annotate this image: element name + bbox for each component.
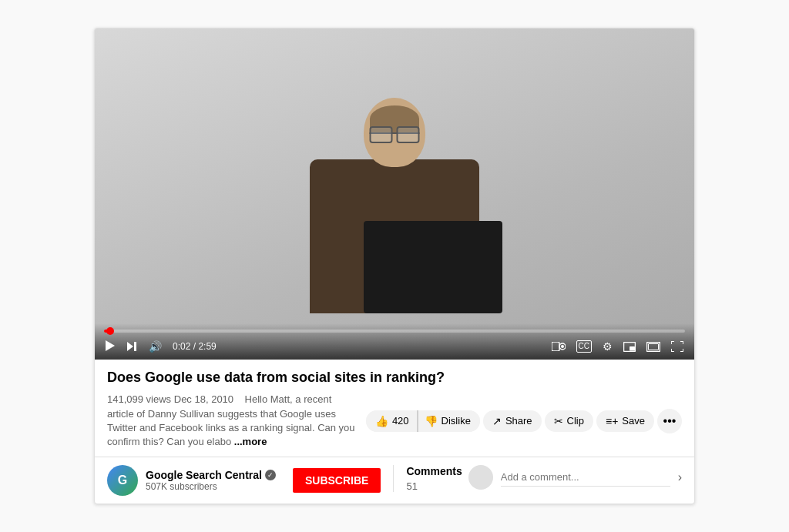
controls-left: 🔊 0:02 / 2:59 [104,339,217,355]
like-button[interactable]: 👍 420 [366,410,418,432]
video-controls-overlay: 🔊 0:02 / 2:59 [95,323,694,360]
progress-dot [106,327,114,335]
fullscreen-button[interactable] [670,340,685,353]
avatar-inner: G [107,465,138,496]
person-body [310,159,479,313]
comment-input-area: › [468,465,682,490]
video-info-section: Does Google use data from social sites i… [95,360,694,457]
svg-rect-0 [552,342,559,351]
svg-rect-4 [630,346,635,351]
save-label: Save [622,415,645,427]
thumbs-down-icon: 👎 [425,415,438,427]
progress-bar[interactable] [104,330,685,333]
controls-right: CC [550,339,685,354]
share-button[interactable]: ↗ Share [483,410,542,432]
description-more-link[interactable]: ...more [234,436,267,447]
channel-name-row: Google Search Central ✓ [146,469,276,481]
captions-icon: CC [576,340,592,353]
video-person [310,98,479,313]
video-thumbnail [95,28,694,360]
video-date: Dec 18, 2010 [174,393,233,405]
volume-icon: 🔊 [149,340,162,353]
skip-icon [127,342,136,351]
autoplay-toggle[interactable] [550,340,567,353]
svg-rect-6 [649,343,659,350]
clip-button[interactable]: ✂ Clip [545,410,593,432]
action-buttons: 👍 420 👎 Dislike ↗ Share ✂ Clip [366,409,682,433]
comments-count: 51 [406,480,462,492]
like-dislike-group: 👍 420 👎 Dislike [366,410,480,432]
video-meta-row: 141,099 views Dec 18, 2010 Hello Matt, a… [107,393,682,449]
channel-info: Google Search Central ✓ 507K subscribers [146,469,276,492]
channel-comments-row: G Google Search Central ✓ 507K subscribe… [95,457,694,504]
more-options-button[interactable]: ••• [657,409,682,433]
dislike-label: Dislike [442,415,471,427]
dislike-button[interactable]: 👎 Dislike [418,410,480,432]
time-current: 0:02 [173,341,190,352]
video-player[interactable]: 🔊 0:02 / 2:59 [95,28,694,360]
settings-icon [603,340,613,353]
volume-button[interactable]: 🔊 [147,339,163,354]
play-button[interactable] [104,339,116,355]
play-icon [106,340,115,353]
comments-header: Comments 51 [406,465,462,492]
person-glasses [370,132,420,134]
time-total: 2:59 [198,341,216,352]
comments-section: Comments 51 › [393,465,682,492]
subscriber-count: 507K subscribers [146,481,276,492]
settings-button[interactable] [601,339,614,354]
progress-fill [104,330,110,333]
share-icon: ↗ [492,415,502,427]
miniplayer-icon [623,342,636,352]
svg-point-2 [561,345,564,348]
theater-button[interactable] [645,340,662,353]
view-count: 141,099 views [107,393,171,405]
more-dots-icon: ••• [663,414,677,428]
youtube-player-container: 🔊 0:02 / 2:59 [94,28,695,504]
miniplayer-button[interactable] [622,340,637,353]
comment-send-button[interactable]: › [678,470,682,484]
subscribe-button[interactable]: SUBSCRIBE [293,468,381,493]
next-button[interactable] [126,340,138,353]
clip-label: Clip [567,415,584,427]
captions-button[interactable]: CC [575,339,593,354]
autoplay-icon [552,342,566,351]
share-label: Share [505,415,532,427]
thumbs-up-icon: 👍 [375,415,388,427]
theater-icon [646,342,660,352]
channel-name[interactable]: Google Search Central [146,469,262,481]
like-count: 420 [392,415,409,427]
comment-input[interactable] [501,468,670,487]
channel-section: G Google Search Central ✓ 507K subscribe… [107,465,381,496]
video-stats: 141,099 views Dec 18, 2010 Hello Matt, a… [107,393,360,449]
verified-icon: ✓ [265,470,276,480]
person-head [364,98,425,167]
clip-icon: ✂ [554,415,563,427]
time-display: 0:02 / 2:59 [173,341,217,352]
comment-user-avatar [468,465,493,490]
comments-label: Comments [406,465,462,477]
video-title: Does Google use data from social sites i… [107,369,682,386]
save-icon: ≡+ [606,415,618,427]
fullscreen-icon [671,341,683,352]
controls-row: 🔊 0:02 / 2:59 [104,339,685,355]
channel-avatar[interactable]: G [107,465,138,496]
send-icon: › [678,470,682,484]
save-button[interactable]: ≡+ Save [596,410,654,432]
